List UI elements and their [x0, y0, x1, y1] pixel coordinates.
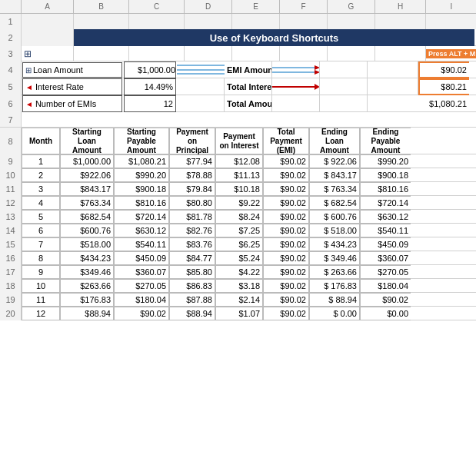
cell-month-16: 8 [22, 251, 60, 265]
cell-ela-12: $ 682.54 [309, 196, 360, 210]
row-4: 4 ⊞ Loan Amount $1,000.00 EMI Amount [0, 61, 476, 78]
row-num-6: 6 [0, 95, 22, 112]
cell-spa-9: $1,080.21 [114, 154, 169, 168]
th-payment-interest: Payment on Interest [215, 128, 263, 154]
cell-pp-14: $82.76 [169, 224, 215, 237]
cell-epa-15: $450.09 [360, 237, 411, 251]
row-3: 3 ⊞ Press ALT + M + D [0, 46, 476, 61]
table-row-10: 10 2 $922.06 $990.20 $78.88 $11.13 $90.0… [0, 168, 476, 182]
cell-sla-15: $518.00 [60, 237, 114, 251]
cell-temi-9: $90.02 [263, 154, 309, 168]
num-emis-value-cell[interactable]: 12 [124, 95, 176, 112]
cell-d4 [177, 61, 225, 78]
cell-e3 [232, 46, 280, 61]
cell-sla-19: $176.83 [60, 293, 114, 307]
cell-epa-13: $630.12 [360, 210, 411, 224]
cell-pi-9: $12.08 [215, 154, 263, 168]
arrow-icon-1: ◄ [25, 83, 33, 91]
corner-cell [0, 0, 22, 13]
cell-spa-20: $90.02 [114, 307, 169, 320]
row-num-12: 12 [0, 196, 22, 210]
col-header-b: B [74, 0, 129, 13]
cell-epa-12: $720.14 [360, 196, 411, 210]
cell-sla-16: $434.23 [60, 251, 114, 265]
emi-amount-label: EMI Amount [225, 61, 272, 78]
interest-rate-value-cell[interactable]: 14.49% [124, 78, 176, 95]
cell-spa-14: $630.12 [114, 224, 169, 237]
col-header-g: G [328, 0, 375, 13]
th-ending-loan-amount: Ending Loan Amount [309, 128, 360, 154]
grid-icon: ⊞ [24, 48, 32, 59]
cell-month-20: 12 [22, 307, 60, 320]
cell-temi-19: $90.02 [263, 293, 309, 307]
table-row-17: 17 9 $349.46 $360.07 $85.80 $4.22 $90.02… [0, 265, 476, 279]
cell-sla-20: $88.94 [60, 307, 114, 320]
interest-rate-label: Interest Rate [35, 82, 84, 91]
cell-spa-18: $270.05 [114, 279, 169, 293]
cell-pp-12: $80.80 [169, 196, 215, 210]
cell-pp-13: $81.78 [169, 210, 215, 224]
svg-marker-8 [315, 84, 320, 90]
table-row-11: 11 3 $843.17 $900.18 $79.84 $10.18 $90.0… [0, 182, 476, 196]
cell-row7 [22, 112, 476, 128]
cell-g6 [320, 95, 368, 112]
cell-pi-17: $4.22 [215, 265, 263, 279]
cell-d6 [177, 95, 225, 112]
connecting-lines-1 [177, 61, 225, 78]
loan-amount-value-cell[interactable]: $1,000.00 [124, 61, 176, 78]
cell-epa-19: $90.02 [360, 293, 411, 307]
cell-month-17: 9 [22, 265, 60, 279]
cell-g4 [320, 61, 368, 78]
cell-ela-20: $ 0.00 [309, 307, 360, 320]
cell-pi-18: $3.18 [215, 279, 263, 293]
cell-g1 [328, 14, 375, 29]
col-header-d: D [185, 0, 232, 13]
cell-epa-17: $270.05 [360, 265, 411, 279]
row-6: 6 ◄ Number of EMIs 12 Total Amount Payab… [0, 95, 476, 112]
cell-pi-15: $6.25 [215, 237, 263, 251]
cell-month-11: 3 [22, 182, 60, 196]
cell-ela-11: $ 763.34 [309, 182, 360, 196]
cell-f4 [272, 61, 320, 78]
row-num-17: 17 [0, 265, 22, 279]
cell-pi-13: $8.24 [215, 210, 263, 224]
row-num-1: 1 [0, 14, 22, 29]
cell-d3 [185, 46, 232, 61]
cell-month-10: 2 [22, 168, 60, 182]
row-1: 1 [0, 14, 476, 29]
cell-ela-18: $ 176.83 [309, 279, 360, 293]
cell-pi-16: $5.24 [215, 251, 263, 265]
row-num-9: 9 [0, 154, 22, 168]
row-num-3: 3 [0, 46, 22, 61]
total-interest-value-cell[interactable]: $80.21 [418, 78, 469, 95]
cell-spa-15: $540.11 [114, 237, 169, 251]
cell-a1 [22, 14, 74, 29]
cell-pi-19: $2.14 [215, 293, 263, 307]
cell-a2 [22, 29, 74, 46]
cell-a3: ⊞ [22, 46, 74, 61]
num-emis-label-cell: ◄ Number of EMIs [22, 95, 122, 112]
cell-f1 [280, 14, 328, 29]
cell-month-18: 10 [22, 279, 60, 293]
cell-epa-11: $810.16 [360, 182, 411, 196]
row-num-14: 14 [0, 224, 22, 237]
cell-sla-18: $263.66 [60, 279, 114, 293]
title-cell: Use of Keyboard Shortcuts [74, 29, 474, 46]
num-emis-label: Number of EMIs [35, 99, 96, 108]
cell-ela-16: $ 349.46 [309, 251, 360, 265]
spreadsheet-container: A B C D E F G H I 1 2 Use of Keyboard Sh… [0, 0, 476, 320]
emi-amount-value-cell[interactable]: $90.02 [418, 61, 469, 78]
loan-amount-label: Loan Amount [33, 65, 83, 75]
cell-i1 [426, 14, 476, 29]
th-starting-loan-amount: Starting Loan Amount [60, 128, 114, 154]
cell-month-9: 1 [22, 154, 60, 168]
cell-pp-19: $87.88 [169, 293, 215, 307]
table-row-12: 12 4 $763.34 $810.16 $80.80 $9.22 $90.02… [0, 196, 476, 210]
cell-spa-19: $180.04 [114, 293, 169, 307]
cell-sla-13: $682.54 [60, 210, 114, 224]
cell-ela-9: $ 922.06 [309, 154, 360, 168]
row-num-15: 15 [0, 237, 22, 251]
cell-ela-17: $ 263.66 [309, 265, 360, 279]
col-header-c: C [129, 0, 185, 13]
cell-d5 [177, 78, 225, 95]
